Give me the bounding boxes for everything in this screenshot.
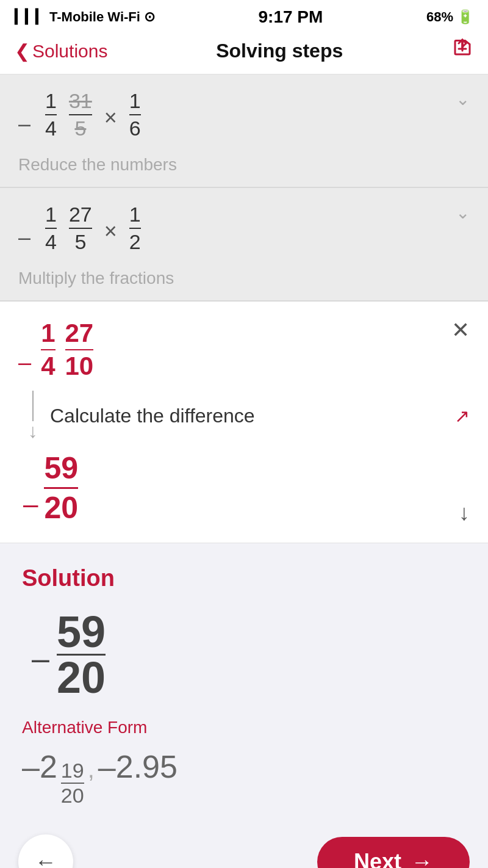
fraction-1-2: 1 2 — [129, 203, 141, 254]
alt-form-label: Alternative Form — [22, 718, 466, 737]
step-reduce-numbers[interactable]: – 1 4 31 5 × 1 6 ⌄ Reduce the numbers — [0, 74, 488, 188]
neg-sign-2: – — [18, 225, 30, 250]
back-label: Solutions — [32, 41, 107, 62]
fraction-1-6: 1 6 — [129, 89, 141, 140]
fraction-1-4-active: 1 4 — [41, 319, 55, 381]
solution-section: Solution – 59 20 Alternative Form –2 19 … — [0, 543, 488, 822]
result-neg-sign: – — [23, 489, 38, 519]
solution-neg-sign: – — [32, 640, 49, 676]
multiply-sign-1: × — [104, 105, 117, 131]
step-label-reduce: Reduce the numbers — [18, 155, 470, 175]
battery-label: 68% — [426, 9, 453, 25]
wifi-icon: ⊙ — [144, 9, 155, 25]
fraction-59-20: 59 20 — [44, 450, 78, 526]
close-step-button[interactable]: ✕ — [451, 317, 470, 343]
solution-title: Solution — [22, 565, 466, 591]
fraction-1-4-b: 1 4 — [45, 203, 57, 254]
alt-form-values: –2 19 20 , –2.95 — [22, 748, 466, 808]
fraction-31-5: 31 5 — [69, 89, 92, 140]
neg-sign-1: – — [18, 111, 30, 137]
step-label-multiply: Multiply the fractions — [18, 269, 470, 288]
next-arrow-icon: → — [411, 849, 433, 868]
next-button[interactable]: Next → — [317, 837, 470, 868]
carrier-label: T-Mobile Wi-Fi — [49, 9, 140, 25]
result-fraction-row: – 59 20 — [23, 450, 470, 526]
back-to-solutions-button[interactable]: ❮ Solutions — [15, 40, 107, 62]
scroll-down-button[interactable]: ↓ — [459, 500, 470, 526]
chevron-left-icon: ❮ — [15, 40, 30, 62]
step-calculate-difference: – 1 4 27 10 ✕ ↓ Calculate the difference… — [0, 302, 488, 543]
next-label: Next — [354, 849, 401, 868]
solution-big-fraction: 59 20 — [57, 610, 106, 700]
page-title: Solving steps — [216, 40, 343, 62]
battery-icon: 🔋 — [457, 9, 473, 25]
alt-decimal: –2.95 — [98, 748, 178, 785]
status-left: ▎▎▎ T-Mobile Wi-Fi ⊙ — [15, 9, 155, 25]
share-button[interactable] — [451, 38, 473, 64]
bottom-nav: ← Next → — [0, 822, 488, 868]
multiply-sign-2: × — [104, 219, 117, 244]
status-bar: ▎▎▎ T-Mobile Wi-Fi ⊙ 9:17 PM 68% 🔋 — [0, 0, 488, 32]
calc-difference-label: Calculate the difference — [50, 405, 255, 427]
nav-bar: ❮ Solutions Solving steps — [0, 32, 488, 74]
step-multiply-fractions[interactable]: – 1 4 27 5 × 1 2 ⌄ Multiply the fraction… — [0, 188, 488, 302]
back-arrow-icon: ← — [35, 849, 57, 868]
expand-button[interactable]: ↗ — [454, 405, 470, 427]
signal-icon: ▎▎▎ — [15, 9, 46, 25]
fraction-27-10: 27 10 — [65, 319, 94, 381]
status-right: 68% 🔋 — [426, 9, 473, 25]
fraction-1-4: 1 4 — [45, 89, 57, 140]
step-arrow-container: ↓ Calculate the difference ↗ — [28, 391, 470, 441]
alt-integer-part: –2 — [22, 748, 57, 785]
chevron-down-icon-1[interactable]: ⌄ — [456, 89, 470, 109]
clock: 9:17 PM — [259, 7, 323, 27]
alt-fraction-part: 19 20 — [61, 759, 84, 808]
solution-fraction-display: – 59 20 — [32, 610, 466, 700]
back-button[interactable]: ← — [18, 834, 73, 868]
alt-comma: , — [88, 756, 95, 783]
fraction-27-5: 27 5 — [69, 203, 92, 254]
neg-sign-active: – — [18, 350, 31, 376]
chevron-down-icon-2[interactable]: ⌄ — [456, 203, 470, 223]
